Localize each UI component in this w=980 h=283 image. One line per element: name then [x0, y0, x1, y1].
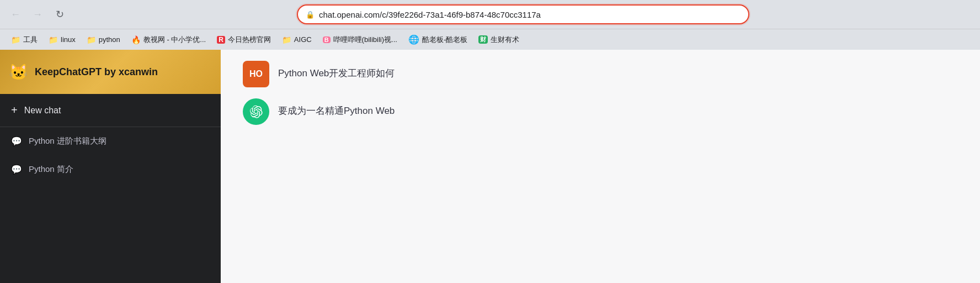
back-button[interactable]: ←: [7, 6, 24, 23]
sidebar: 🐱 KeepChatGPT by xcanwin + New chat 💬 Py…: [0, 50, 221, 283]
chat-item-1[interactable]: 💬 Python 进阶书籍大纲: [0, 127, 221, 155]
bookmark-jiaoshi[interactable]: 🔥 教视网 - 中小学优...: [127, 33, 210, 47]
r-icon: R: [217, 36, 225, 44]
new-chat-button[interactable]: + New chat: [0, 94, 221, 127]
plus-icon: +: [11, 104, 18, 117]
sidebar-title: KeepChatGPT by xcanwin: [35, 66, 158, 78]
bookmark-shengcai[interactable]: 财 生财有术: [474, 33, 524, 47]
app-logo-icon: 🐱: [9, 63, 28, 81]
back-icon: ←: [10, 9, 20, 20]
bookmark-label: 酷老板-酷老板: [422, 35, 467, 45]
bookmark-label: 教视网 - 中小学优...: [143, 35, 206, 45]
nav-bar: ← → ↻ 🔒 chat.openai.com/c/39fe226d-73a1-…: [0, 0, 980, 29]
gpt-message-text: 要成为一名精通Python Web: [278, 98, 395, 118]
folder-icon: 📁: [282, 35, 291, 44]
sidebar-header: 🐱 KeepChatGPT by xcanwin: [0, 50, 221, 94]
folder-icon: 📁: [87, 35, 96, 44]
bookmark-label: AIGC: [294, 35, 312, 44]
bookmark-linux[interactable]: 📁 linux: [44, 33, 80, 46]
user-avatar: HO: [243, 61, 269, 87]
main-content: 🐱 KeepChatGPT by xcanwin + New chat 💬 Py…: [0, 50, 980, 283]
bilibili-icon: B: [323, 36, 331, 43]
lock-icon: 🔒: [306, 11, 315, 19]
chat-bubble-icon: 💬: [11, 136, 22, 146]
bookmark-label: linux: [61, 35, 76, 44]
gpt-avatar: [243, 98, 269, 125]
bookmarks-bar: 📁 工具 📁 linux 📁 python 🔥 教视网 - 中小学优... R …: [0, 29, 980, 50]
bookmark-label: 工具: [23, 35, 38, 45]
chat-item-label: Python 简介: [29, 164, 73, 175]
chat-item-2[interactable]: 💬 Python 简介: [0, 155, 221, 184]
bookmark-kulaobao[interactable]: 🌐 酷老板-酷老板: [404, 32, 472, 47]
bookmark-bilibili[interactable]: B 哔哩哔哩(bilibili)视...: [318, 33, 402, 47]
bookmark-tools[interactable]: 📁 工具: [7, 33, 42, 47]
address-text: chat.openai.com/c/39fe226d-73a1-46f9-b87…: [319, 10, 741, 19]
new-chat-label: New chat: [24, 106, 61, 116]
address-bar-wrapper: 🔒 chat.openai.com/c/39fe226d-73a1-46f9-b…: [297, 4, 749, 24]
chat-item-label: Python 进阶书籍大纲: [29, 136, 106, 146]
message-row-2: 要成为一名精通Python Web: [243, 98, 958, 125]
message-row-1: HO Python Web开发工程师如何: [243, 61, 958, 87]
refresh-button[interactable]: ↻: [51, 6, 68, 23]
bookmark-python[interactable]: 📁 python: [82, 33, 125, 46]
chat-bubble-icon: 💬: [11, 164, 22, 175]
address-bar[interactable]: 🔒 chat.openai.com/c/39fe226d-73a1-46f9-b…: [297, 4, 749, 24]
forward-icon: →: [33, 9, 42, 20]
green-icon: 财: [478, 35, 488, 44]
refresh-icon: ↻: [56, 8, 64, 20]
bookmark-rebang[interactable]: R 今日热榜官网: [212, 33, 275, 47]
bookmark-label: 哔哩哔哩(bilibili)视...: [333, 35, 397, 45]
fire-icon: 🔥: [131, 35, 141, 44]
content-area: HO Python Web开发工程师如何 要成为一名精通Python Web: [221, 50, 980, 283]
bookmark-label: 生财有术: [491, 35, 519, 45]
bookmark-label: python: [99, 35, 120, 44]
bookmark-aigc[interactable]: 📁 AIGC: [278, 33, 316, 46]
openai-logo-icon: [249, 105, 263, 118]
folder-icon: 📁: [49, 35, 58, 44]
folder-icon: 📁: [11, 35, 20, 44]
user-message-text: Python Web开发工程师如何: [278, 61, 395, 81]
globe-icon: 🌐: [408, 34, 419, 45]
forward-button[interactable]: →: [29, 6, 46, 23]
bookmark-label: 今日热榜官网: [228, 35, 271, 45]
